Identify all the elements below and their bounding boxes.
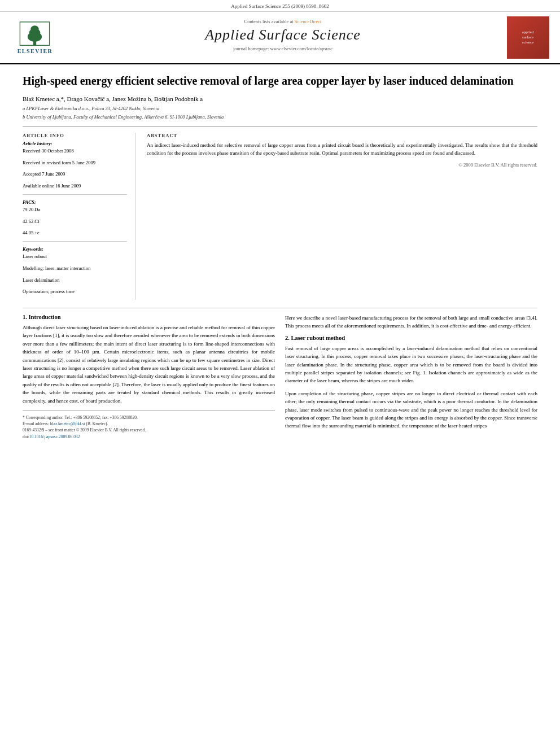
journal-title: Applied Surface Science (75, 27, 491, 43)
section-2-heading: 2. Laser rubout method (285, 335, 537, 341)
info-divider-1 (23, 194, 127, 195)
journal-homepage: journal homepage: www.elsevier.com/locat… (75, 46, 491, 51)
badge-line2: surface (522, 35, 533, 40)
info-divider-2 (23, 241, 127, 242)
pacs-label: PACS: (23, 199, 127, 205)
right-column: Here we describe a novel laser-based man… (285, 314, 537, 440)
email-link[interactable]: blaz.kmetec@lpkf.si (50, 421, 85, 426)
badge-line1: applied (522, 30, 534, 35)
elsevier-logo-area: ELSEVIER (7, 16, 63, 59)
sciencedirect-link: Contents lists available at ScienceDirec… (75, 19, 491, 24)
article-content: High-speed energy efficient selective re… (0, 64, 560, 449)
email-person: (B. Kmetec). (86, 421, 108, 426)
keyword-3: Laser delamination (23, 277, 127, 284)
body-content: 1. Introduction Although direct laser st… (23, 308, 537, 440)
received-date: Received 30 October 2008 (23, 147, 127, 155)
affiliation-a: a LPKFLaser & Elektronika d.o.o., Polica… (23, 106, 537, 112)
info-abstract-section: ARTICLE INFO Article history: Received 3… (23, 133, 537, 300)
elsevier-tree-icon (19, 21, 50, 47)
footnote-email: E-mail address: blaz.kmetec@lpkf.si (B. … (23, 421, 275, 427)
pacs-code-2: 42.62.Cf (23, 218, 127, 225)
issn-text: 0169-4332/$ – see front matter © 2009 El… (23, 427, 275, 433)
keywords-label: Keywords: (23, 246, 127, 252)
journal-reference: Applied Surface Science 255 (2009) 8598–… (231, 3, 329, 9)
meta-divider (23, 126, 537, 127)
journal-title-area: Contents lists available at ScienceDirec… (63, 16, 502, 59)
sciencedirect-anchor[interactable]: ScienceDirect (295, 19, 322, 24)
accepted-date: Accepted 7 June 2009 (23, 171, 127, 178)
journal-reference-bar: Applied Surface Science 255 (2009) 8598–… (0, 0, 560, 12)
abstract-title: ABSTRACT (147, 133, 537, 138)
keyword-4: Optimization; process time (23, 288, 127, 295)
badge-line3: science (522, 40, 534, 45)
available-date: Available online 16 June 2009 (23, 182, 127, 190)
doi-link[interactable]: 10.1016/j.apsusc.2009.06.032 (29, 434, 80, 439)
email-label: E-mail address: (23, 421, 49, 426)
received-revised-date: Received in revised form 5 June 2009 (23, 159, 127, 167)
pacs-code-1: 79.20.Da (23, 206, 127, 213)
elsevier-wordmark: ELSEVIER (18, 48, 53, 54)
pacs-code-3: 44.05.+e (23, 229, 127, 237)
history-label: Article history: (23, 141, 127, 146)
keyword-1: Laser rubout (23, 253, 127, 260)
journal-badge: applied surface science (507, 16, 549, 59)
article-info-title: ARTICLE INFO (23, 133, 127, 138)
left-column: 1. Introduction Although direct laser st… (23, 314, 275, 440)
article-title: High-speed energy efficient selective re… (23, 73, 537, 89)
journal-header: ELSEVIER Contents lists available at Sci… (0, 12, 560, 64)
section-2-paragraph-2: Upon completion of the structuring phase… (285, 390, 537, 430)
footnote-corresponding: * Corresponding author. Tel.: +386 59208… (23, 414, 275, 421)
footnote-divider (23, 410, 275, 411)
section-1-heading: 1. Introduction (23, 314, 275, 320)
section-1-paragraph-1: Although direct laser structuring based … (23, 324, 275, 405)
doi-text: doi:10.1016/j.apsusc.2009.06.032 (23, 434, 275, 440)
elsevier-logo: ELSEVIER (18, 21, 53, 54)
keyword-2: Modelling: laser–matter interaction (23, 265, 127, 272)
svg-point-3 (31, 25, 39, 33)
journal-badge-area: applied surface science (502, 16, 553, 59)
abstract-panel: ABSTRACT An indirect laser-induced metho… (147, 133, 537, 300)
authors-text: Blaž Kmetec a,*, Drago Kovačič a, Janez … (23, 95, 203, 102)
copyright-text: © 2009 Elsevier B.V. All rights reserved… (147, 162, 537, 168)
authors-line: Blaž Kmetec a,*, Drago Kovačič a, Janez … (23, 95, 537, 102)
section-2-paragraph-1: Fast removal of large copper areas is ac… (285, 344, 537, 385)
article-info-panel: ARTICLE INFO Article history: Received 3… (23, 133, 135, 300)
right-intro-paragraph: Here we describe a novel laser-based man… (285, 314, 537, 330)
abstract-text: An indirect laser-induced method for sel… (147, 142, 537, 158)
doi-label: doi: (23, 434, 29, 439)
affiliation-b: b University of Ljubljana, Faculty of Me… (23, 114, 537, 121)
